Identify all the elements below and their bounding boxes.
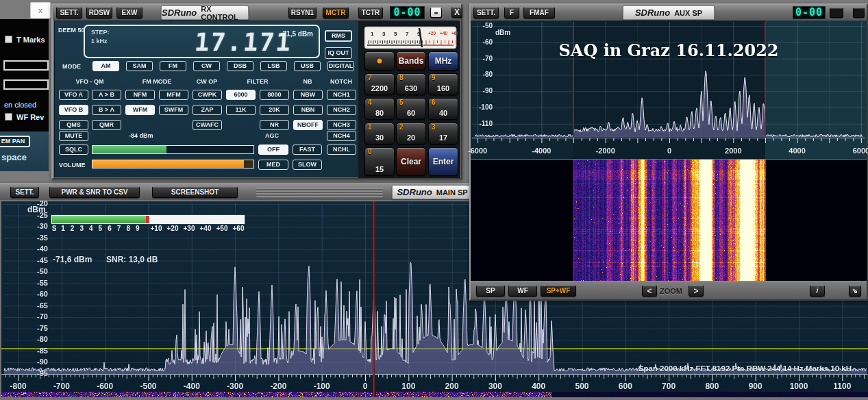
pwr-snr-to-csv-button[interactable]: PWR & SNR TO CSV (49, 186, 140, 198)
main-y-tick-label: -70 (27, 313, 48, 321)
enter-key[interactable]: Enter (428, 147, 458, 176)
s-meter-scale-label: 5 (99, 225, 103, 232)
minimize-button[interactable]: – (430, 8, 442, 18)
aux-y-tick-label: -50 (473, 23, 493, 29)
key-label: Enter (429, 158, 458, 166)
main-settings-button[interactable]: SETT. (10, 186, 39, 198)
key-small-digit: 8 (399, 75, 404, 82)
screenshot-button[interactable]: SCREENSHOT (152, 186, 238, 198)
key-0-15[interactable]: 015 (364, 147, 395, 176)
key-8-630[interactable]: 8630 (396, 73, 426, 95)
main-x-tick-label: 700 (648, 382, 689, 390)
aux-y-tick-label: -80 (473, 71, 493, 78)
key-3-17[interactable]: 317 (428, 123, 458, 145)
main-x-tick-label: 1100 (821, 382, 863, 390)
aux-x-tick-label: -4000 (521, 147, 562, 155)
main-y-tick-label: -50 (27, 268, 48, 275)
sp-wf-view-button[interactable]: SP+WF (541, 285, 576, 297)
zoom-out-button[interactable]: < (642, 285, 657, 297)
main-x-tick-label: 0 (345, 382, 386, 390)
resize-corner-icon[interactable]: ⇘ (849, 285, 861, 297)
t-marks-checkbox[interactable] (5, 36, 12, 43)
key-label: 630 (397, 85, 425, 92)
key-5-60[interactable]: 560 (396, 98, 426, 120)
main-x-tick-label: -400 (171, 382, 212, 390)
fmaf-button[interactable]: FMAF (523, 7, 555, 18)
sdruno-desktop: SETT. PWR & SNR TO CSV SCREENSHOT SDRuno… (0, 0, 868, 400)
overlay-title-text: SAQ in Graz 16.11.2022 (471, 40, 867, 60)
key-4-80[interactable]: 480 (364, 98, 395, 120)
main-y-tick-label: -80 (27, 336, 48, 343)
aux-minimize-button[interactable] (830, 8, 843, 18)
tctr-button[interactable]: TCTR (358, 7, 383, 18)
wf-view-button[interactable]: WF (508, 285, 537, 297)
rx-control-title: RX CONTROL (201, 5, 248, 21)
rdsw-button[interactable]: RDSW (86, 7, 112, 18)
key-label: 80 (365, 110, 394, 117)
background-panel: EM PAN space (0, 130, 49, 171)
rx-settings-button[interactable]: SETT. (56, 7, 82, 18)
clear-key[interactable]: Clear (396, 147, 426, 176)
key-2-20[interactable]: 220 (396, 123, 426, 145)
sdruno-brand: SDRuno (635, 8, 670, 18)
decimal-key[interactable] (364, 51, 395, 71)
rx-control-window: SETT. RDSW EXW SDRuno RX CONTROL RSYN1 M… (51, 3, 462, 179)
rsyn1-button[interactable]: RSYN1 (288, 7, 317, 18)
aux-x-tick-label: 2000 (712, 147, 754, 155)
s-meter-scale-label: 9 (136, 225, 140, 232)
main-y-tick-label: -95 (27, 370, 48, 377)
rx-control-panel: DEEM 50u STEP: 1 kHz 17.171 -71,5 dBm RM… (54, 21, 460, 177)
main-x-tick-label: -800 (0, 382, 39, 390)
key-small-digit: 9 (432, 75, 436, 82)
main-x-tick-label: 500 (562, 382, 603, 390)
sp-view-button[interactable]: SP (476, 285, 505, 297)
text-input-2[interactable] (3, 79, 49, 90)
exw-button[interactable]: EXW (116, 7, 142, 18)
close-button[interactable]: X (451, 7, 462, 18)
s-meter-scale-label: 3 (79, 225, 84, 232)
text-input-1[interactable] (3, 60, 49, 71)
key-1-30[interactable]: 130 (364, 123, 395, 145)
aux-f-button[interactable]: F (504, 7, 519, 18)
key-small-digit: 1 (368, 124, 372, 131)
key-label: 17 (429, 134, 458, 142)
key-small-digit: 4 (368, 99, 372, 106)
sdruno-brand: SDRuno (162, 8, 197, 18)
s-meter-scale-label: +30 (184, 225, 195, 232)
aux-dbm-unit-label: dBm (495, 29, 510, 36)
aux-waterfall-display[interactable] (471, 160, 867, 281)
main-x-tick-label: -700 (41, 382, 82, 390)
main-x-tick-label: -200 (258, 382, 299, 390)
aux-settings-button[interactable]: SETT. (473, 7, 499, 18)
key-small-digit: 5 (399, 99, 404, 106)
aux-x-tick-label: -6000 (457, 147, 498, 155)
mem-pan-button[interactable]: EM PAN (0, 136, 30, 147)
s-meter-scale-label: +50 (216, 225, 228, 232)
aux-sp-window: SETT. F FMAF SDRuno AUX SP 0-00 -50-60-7… (469, 3, 868, 301)
when-closed-label: en closed (4, 101, 36, 109)
mctr-button[interactable]: MCTR (323, 7, 349, 18)
main-y-tick-label: -90 (27, 358, 48, 366)
main-y-tick-label: -30 (27, 223, 48, 230)
aux-sp-titlebar: SETT. F FMAF SDRuno AUX SP 0-00 (471, 5, 867, 21)
info-button[interactable]: i (810, 285, 825, 297)
mhz-key[interactable]: MHz (428, 51, 458, 71)
minimized-window-stub[interactable]: x (30, 2, 51, 18)
settings-dialog-partial: T Marks en closed WF Rev (0, 19, 49, 132)
s-meter-scale-label: +60 (233, 225, 245, 232)
zoom-in-button[interactable]: > (689, 285, 704, 297)
main-x-tick-label: -300 (214, 382, 256, 390)
bands-key[interactable]: Bands (396, 51, 426, 71)
main-x-tick-label: -100 (301, 382, 343, 390)
key-label: Clear (397, 158, 425, 166)
rx-control-titlebar: SETT. RDSW EXW SDRuno RX CONTROL RSYN1 M… (53, 5, 461, 21)
titlebar-ridges (256, 188, 383, 197)
aux-close-button[interactable] (853, 8, 865, 18)
main-x-tick-label: -600 (84, 382, 125, 390)
key-7-2200[interactable]: 72200 (364, 73, 395, 95)
wf-rev-checkbox[interactable] (5, 113, 12, 121)
key-6-40[interactable]: 640 (428, 98, 458, 120)
aux-y-tick-label: -90 (473, 88, 493, 95)
sdruno-brand: SDRuno (397, 187, 432, 197)
key-9-160[interactable]: 9160 (428, 73, 458, 95)
